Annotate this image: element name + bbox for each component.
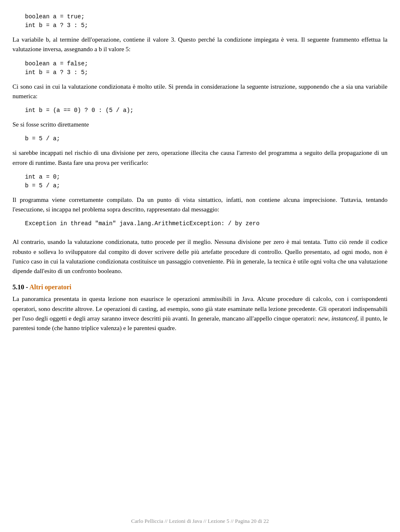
- page-container: boolean a = true; int b = a ? 3 : 5; La …: [0, 0, 400, 362]
- code-block-1: boolean a = true; int b = a ? 3 : 5;: [25, 12, 388, 30]
- code-block-4: b = 5 / a;: [25, 134, 388, 143]
- code-block-3: int b = (a == 0) ? 0 : (5 / a);: [25, 106, 388, 115]
- section-heading-510: 5.10 - Altri operatori: [12, 283, 388, 291]
- page-footer: Carlo Pelliccia // Lezioni di Java // Le…: [0, 518, 400, 525]
- paragraph-3: Se si fosse scritto direttamente: [12, 120, 388, 129]
- paragraph-4: si sarebbe incappati nel rischio di una …: [12, 148, 388, 168]
- code-block-5: int a = 0; b = 5 / a;: [25, 173, 388, 190]
- paragraph-5: Il programma viene correttamente compila…: [12, 195, 388, 215]
- paragraph-6: Al contrario, usando la valutazione cond…: [12, 237, 388, 276]
- paragraph-1: La variabile b, al termine dell'operazio…: [12, 35, 388, 55]
- section-title-orange: Altri operatori: [29, 283, 71, 291]
- code-block-2: boolean a = false; int b = a ? 3 : 5;: [25, 60, 388, 77]
- paragraph-2: Ci sono casi in cui la valutazione condi…: [12, 82, 388, 102]
- section-number: 5.10 -: [12, 283, 29, 291]
- code-block-6: Exception in thread "main" java.lang.Ari…: [25, 219, 388, 228]
- italic-new: new: [318, 315, 328, 322]
- paragraph-7-text: La panoramica presentata in questa lezio…: [12, 296, 388, 331]
- italic-instanceof: instanceof: [331, 315, 357, 322]
- paragraph-7: La panoramica presentata in questa lezio…: [12, 294, 388, 333]
